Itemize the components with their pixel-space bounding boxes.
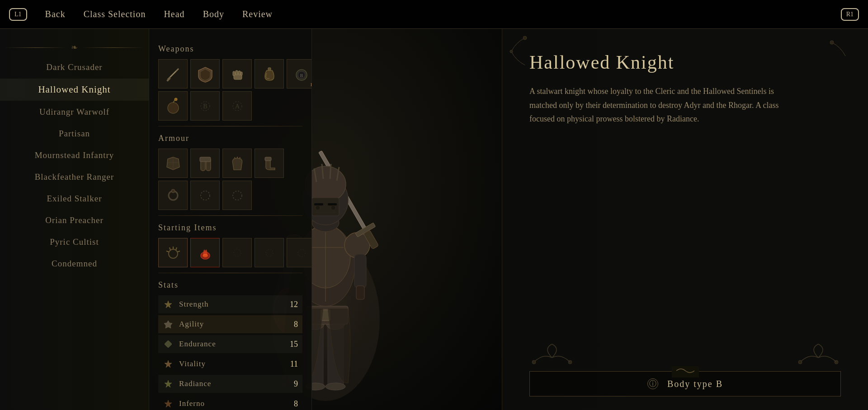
body-nav[interactable]: Body: [203, 9, 224, 19]
armour-section-title: Armour: [158, 134, 302, 143]
starting-items-grid: [158, 238, 302, 267]
chest-armor-icon: [164, 154, 182, 172]
svg-point-87: [510, 50, 513, 53]
ornament-symbol: ❧: [71, 42, 78, 52]
class-item-udirangr-warwolf[interactable]: Udirangr Warwolf: [0, 102, 149, 122]
armour-slot-ring2[interactable]: [190, 181, 220, 210]
class-item-condemned[interactable]: Condemned: [0, 253, 149, 274]
weapons-section-title: Weapons: [158, 44, 302, 54]
class-item-hallowed-knight[interactable]: Hallowed Knight: [0, 79, 149, 101]
armour-slot-chest[interactable]: [158, 149, 188, 178]
svg-line-72: [176, 247, 177, 250]
svg-point-31: [331, 205, 335, 210]
weapon-slot-flask[interactable]: [255, 59, 284, 89]
glove-icon: [228, 154, 246, 172]
svg-rect-44: [241, 72, 242, 75]
r1-button[interactable]: R1: [841, 8, 859, 21]
svg-marker-84: [165, 380, 172, 387]
svg-marker-81: [164, 321, 172, 328]
agility-icon: [163, 319, 174, 330]
svg-line-70: [170, 247, 170, 250]
slot-empty-icon: B: [196, 97, 214, 115]
body-type-section: ⓘ Body type B: [529, 340, 841, 396]
stat-row-inferno[interactable]: Inferno 8: [158, 395, 302, 410]
class-item-mournstead-infantry[interactable]: Mournstead Infantry: [0, 145, 149, 166]
class-item-dark-crusader[interactable]: Dark Crusader: [0, 57, 149, 78]
empty-slot-4-icon: [260, 244, 278, 262]
armour-slot-boots[interactable]: [255, 149, 284, 178]
strength-icon: [163, 299, 174, 310]
svg-rect-82: [165, 340, 172, 348]
class-title: Hallowed Knight: [529, 51, 841, 73]
inferno-label: Inferno: [179, 399, 279, 408]
starting-item-3[interactable]: [222, 238, 252, 267]
orb-icon: B: [292, 65, 311, 83]
svg-text:B: B: [300, 73, 303, 78]
armour-slot-ring3[interactable]: [222, 181, 252, 210]
class-item-exiled-stalker[interactable]: Exiled Stalker: [0, 188, 149, 209]
armour-slot-gloves[interactable]: [222, 149, 252, 178]
class-item-pyric-cultist[interactable]: Pyric Cultist: [0, 232, 149, 252]
armour-slot-ring1[interactable]: [158, 181, 188, 210]
weapon-slot-fist[interactable]: [222, 59, 252, 89]
stat-row-agility[interactable]: Agility 8: [158, 315, 302, 333]
class-selection-nav[interactable]: Class Selection: [84, 9, 146, 19]
svg-line-74: [177, 251, 180, 252]
weapon-slot-empty1[interactable]: B: [190, 91, 220, 121]
bottom-left-ornament: [529, 340, 575, 367]
review-nav[interactable]: Review: [242, 9, 273, 19]
empty-slot-3-icon: [228, 244, 246, 262]
l1-button[interactable]: L1: [9, 8, 27, 21]
class-item-orian-preacher[interactable]: Orian Preacher: [0, 210, 149, 231]
armour-slot-legs[interactable]: [190, 149, 220, 178]
weapon-slot-orb[interactable]: B B: [287, 59, 312, 89]
body-type-bar[interactable]: ⓘ Body type B: [529, 371, 841, 396]
starting-item-1[interactable]: [158, 238, 188, 267]
class-item-blackfeather-ranger[interactable]: Blackfeather Ranger: [0, 167, 149, 187]
sword-icon: [164, 65, 182, 83]
svg-marker-83: [165, 360, 172, 368]
stats-section-title: Stats: [158, 280, 302, 290]
svg-point-78: [266, 249, 273, 256]
starting-item-2[interactable]: [190, 238, 220, 267]
svg-point-86: [523, 36, 527, 40]
weapon-slot-bomb[interactable]: [158, 91, 188, 121]
endurance-value: 15: [284, 340, 298, 349]
stat-row-vitality[interactable]: Vitality 11: [158, 355, 302, 373]
svg-rect-60: [200, 157, 211, 162]
svg-point-77: [234, 249, 241, 256]
vitality-label: Vitality: [179, 359, 279, 368]
top-ornament: ❧: [0, 42, 149, 52]
stat-row-radiance[interactable]: Radiance 9: [158, 375, 302, 393]
head-nav[interactable]: Head: [164, 9, 184, 19]
stat-row-strength[interactable]: Strength 12: [158, 295, 302, 313]
svg-line-73: [166, 251, 169, 252]
stats-separator: [158, 273, 302, 273]
svg-line-61: [235, 157, 235, 159]
body-type-info-icon: ⓘ: [647, 378, 658, 389]
svg-point-49: [168, 102, 179, 113]
starting-item-4[interactable]: [255, 238, 284, 267]
ornament-line-right: [82, 47, 144, 48]
stat-row-endurance[interactable]: Endurance 15: [158, 335, 302, 353]
svg-point-76: [203, 254, 208, 257]
ring2-icon: [196, 186, 214, 205]
svg-text:A: A: [235, 103, 240, 110]
starting-item-5[interactable]: [287, 238, 312, 267]
endurance-icon: [163, 339, 174, 349]
shield-icon: [196, 65, 214, 83]
leg-armor-icon: [196, 154, 214, 172]
svg-rect-41: [233, 71, 235, 76]
strength-label: Strength: [179, 300, 279, 309]
back-button[interactable]: Back: [45, 9, 66, 19]
weapon-slot-sword[interactable]: [158, 59, 188, 89]
class-item-partisan[interactable]: Partisan: [0, 123, 149, 144]
svg-point-6: [326, 383, 345, 390]
weapon-slot-empty2[interactable]: A: [222, 91, 252, 121]
svg-text:B: B: [203, 103, 207, 110]
weapon-slot-shield[interactable]: [190, 59, 220, 89]
top-navigation: L1 Back Class Selection Head Body Review…: [0, 0, 868, 29]
svg-rect-28: [314, 203, 323, 205]
weapons-grid: B B: [158, 59, 302, 89]
svg-line-35: [330, 164, 331, 179]
